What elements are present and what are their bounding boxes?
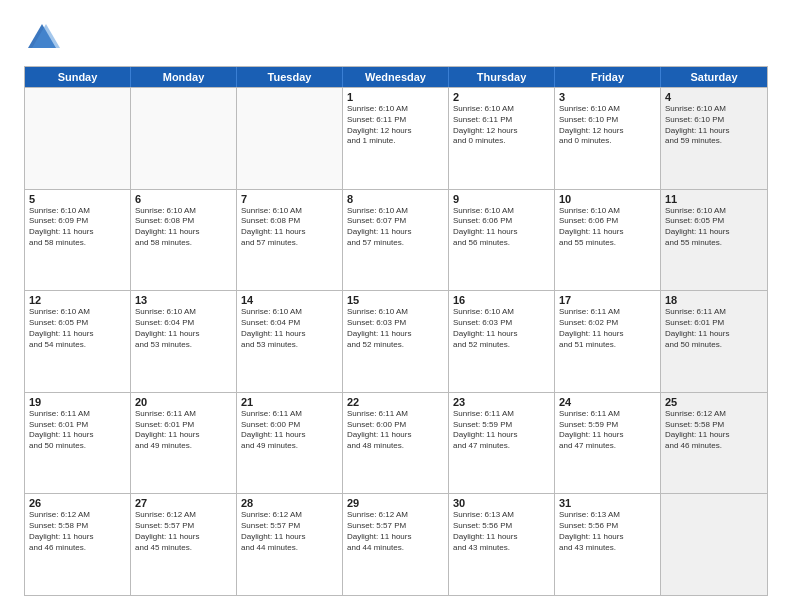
- cell-info: Sunrise: 6:10 AMSunset: 6:08 PMDaylight:…: [241, 206, 338, 249]
- calendar-cell: 30Sunrise: 6:13 AMSunset: 5:56 PMDayligh…: [449, 494, 555, 595]
- day-number: 2: [453, 91, 550, 103]
- cell-info: Sunrise: 6:10 AMSunset: 6:10 PMDaylight:…: [559, 104, 656, 147]
- day-number: 5: [29, 193, 126, 205]
- cell-info: Sunrise: 6:11 AMSunset: 6:00 PMDaylight:…: [347, 409, 444, 452]
- weekday-header: Monday: [131, 67, 237, 87]
- cell-info: Sunrise: 6:10 AMSunset: 6:11 PMDaylight:…: [453, 104, 550, 147]
- day-number: 9: [453, 193, 550, 205]
- weekday-header: Wednesday: [343, 67, 449, 87]
- cell-info: Sunrise: 6:10 AMSunset: 6:06 PMDaylight:…: [559, 206, 656, 249]
- cell-info: Sunrise: 6:10 AMSunset: 6:04 PMDaylight:…: [241, 307, 338, 350]
- day-number: 19: [29, 396, 126, 408]
- cell-info: Sunrise: 6:12 AMSunset: 5:58 PMDaylight:…: [29, 510, 126, 553]
- day-number: 10: [559, 193, 656, 205]
- calendar-cell: 3Sunrise: 6:10 AMSunset: 6:10 PMDaylight…: [555, 88, 661, 189]
- calendar-cell: 16Sunrise: 6:10 AMSunset: 6:03 PMDayligh…: [449, 291, 555, 392]
- calendar-cell: 24Sunrise: 6:11 AMSunset: 5:59 PMDayligh…: [555, 393, 661, 494]
- cell-info: Sunrise: 6:11 AMSunset: 6:01 PMDaylight:…: [135, 409, 232, 452]
- day-number: 22: [347, 396, 444, 408]
- day-number: 8: [347, 193, 444, 205]
- cell-info: Sunrise: 6:11 AMSunset: 6:01 PMDaylight:…: [665, 307, 763, 350]
- cell-info: Sunrise: 6:10 AMSunset: 6:05 PMDaylight:…: [29, 307, 126, 350]
- calendar-cell: 15Sunrise: 6:10 AMSunset: 6:03 PMDayligh…: [343, 291, 449, 392]
- day-number: 25: [665, 396, 763, 408]
- cell-info: Sunrise: 6:11 AMSunset: 6:00 PMDaylight:…: [241, 409, 338, 452]
- day-number: 11: [665, 193, 763, 205]
- calendar-header: SundayMondayTuesdayWednesdayThursdayFrid…: [25, 67, 767, 87]
- day-number: 29: [347, 497, 444, 509]
- day-number: 12: [29, 294, 126, 306]
- day-number: 6: [135, 193, 232, 205]
- cell-info: Sunrise: 6:10 AMSunset: 6:11 PMDaylight:…: [347, 104, 444, 147]
- calendar-cell: 13Sunrise: 6:10 AMSunset: 6:04 PMDayligh…: [131, 291, 237, 392]
- day-number: 26: [29, 497, 126, 509]
- calendar-cell: 12Sunrise: 6:10 AMSunset: 6:05 PMDayligh…: [25, 291, 131, 392]
- cell-info: Sunrise: 6:11 AMSunset: 6:02 PMDaylight:…: [559, 307, 656, 350]
- page: SundayMondayTuesdayWednesdayThursdayFrid…: [0, 0, 792, 612]
- calendar-cell: 10Sunrise: 6:10 AMSunset: 6:06 PMDayligh…: [555, 190, 661, 291]
- day-number: 28: [241, 497, 338, 509]
- calendar-cell: 2Sunrise: 6:10 AMSunset: 6:11 PMDaylight…: [449, 88, 555, 189]
- calendar-week: 26Sunrise: 6:12 AMSunset: 5:58 PMDayligh…: [25, 493, 767, 595]
- cell-info: Sunrise: 6:12 AMSunset: 5:57 PMDaylight:…: [241, 510, 338, 553]
- calendar-cell: 18Sunrise: 6:11 AMSunset: 6:01 PMDayligh…: [661, 291, 767, 392]
- day-number: 18: [665, 294, 763, 306]
- cell-info: Sunrise: 6:11 AMSunset: 6:01 PMDaylight:…: [29, 409, 126, 452]
- calendar-cell: 22Sunrise: 6:11 AMSunset: 6:00 PMDayligh…: [343, 393, 449, 494]
- calendar-week: 1Sunrise: 6:10 AMSunset: 6:11 PMDaylight…: [25, 87, 767, 189]
- day-number: 31: [559, 497, 656, 509]
- day-number: 20: [135, 396, 232, 408]
- day-number: 17: [559, 294, 656, 306]
- cell-info: Sunrise: 6:10 AMSunset: 6:05 PMDaylight:…: [665, 206, 763, 249]
- calendar-cell: [661, 494, 767, 595]
- calendar-cell: 20Sunrise: 6:11 AMSunset: 6:01 PMDayligh…: [131, 393, 237, 494]
- calendar-cell: 1Sunrise: 6:10 AMSunset: 6:11 PMDaylight…: [343, 88, 449, 189]
- day-number: 1: [347, 91, 444, 103]
- day-number: 14: [241, 294, 338, 306]
- calendar-cell: [237, 88, 343, 189]
- header: [24, 20, 768, 56]
- weekday-header: Sunday: [25, 67, 131, 87]
- calendar-cell: 26Sunrise: 6:12 AMSunset: 5:58 PMDayligh…: [25, 494, 131, 595]
- cell-info: Sunrise: 6:10 AMSunset: 6:03 PMDaylight:…: [347, 307, 444, 350]
- day-number: 23: [453, 396, 550, 408]
- cell-info: Sunrise: 6:10 AMSunset: 6:09 PMDaylight:…: [29, 206, 126, 249]
- day-number: 16: [453, 294, 550, 306]
- calendar-week: 5Sunrise: 6:10 AMSunset: 6:09 PMDaylight…: [25, 189, 767, 291]
- calendar-cell: 6Sunrise: 6:10 AMSunset: 6:08 PMDaylight…: [131, 190, 237, 291]
- cell-info: Sunrise: 6:10 AMSunset: 6:07 PMDaylight:…: [347, 206, 444, 249]
- calendar-body: 1Sunrise: 6:10 AMSunset: 6:11 PMDaylight…: [25, 87, 767, 595]
- day-number: 21: [241, 396, 338, 408]
- cell-info: Sunrise: 6:10 AMSunset: 6:06 PMDaylight:…: [453, 206, 550, 249]
- calendar-cell: 8Sunrise: 6:10 AMSunset: 6:07 PMDaylight…: [343, 190, 449, 291]
- calendar-cell: 31Sunrise: 6:13 AMSunset: 5:56 PMDayligh…: [555, 494, 661, 595]
- calendar-cell: 23Sunrise: 6:11 AMSunset: 5:59 PMDayligh…: [449, 393, 555, 494]
- day-number: 7: [241, 193, 338, 205]
- day-number: 15: [347, 294, 444, 306]
- calendar-cell: 14Sunrise: 6:10 AMSunset: 6:04 PMDayligh…: [237, 291, 343, 392]
- cell-info: Sunrise: 6:10 AMSunset: 6:04 PMDaylight:…: [135, 307, 232, 350]
- calendar-cell: 19Sunrise: 6:11 AMSunset: 6:01 PMDayligh…: [25, 393, 131, 494]
- calendar-cell: 28Sunrise: 6:12 AMSunset: 5:57 PMDayligh…: [237, 494, 343, 595]
- cell-info: Sunrise: 6:12 AMSunset: 5:58 PMDaylight:…: [665, 409, 763, 452]
- calendar-cell: [131, 88, 237, 189]
- day-number: 30: [453, 497, 550, 509]
- day-number: 3: [559, 91, 656, 103]
- weekday-header: Thursday: [449, 67, 555, 87]
- calendar-cell: 21Sunrise: 6:11 AMSunset: 6:00 PMDayligh…: [237, 393, 343, 494]
- day-number: 27: [135, 497, 232, 509]
- day-number: 13: [135, 294, 232, 306]
- calendar-cell: 7Sunrise: 6:10 AMSunset: 6:08 PMDaylight…: [237, 190, 343, 291]
- calendar-cell: 5Sunrise: 6:10 AMSunset: 6:09 PMDaylight…: [25, 190, 131, 291]
- cell-info: Sunrise: 6:10 AMSunset: 6:03 PMDaylight:…: [453, 307, 550, 350]
- cell-info: Sunrise: 6:10 AMSunset: 6:08 PMDaylight:…: [135, 206, 232, 249]
- cell-info: Sunrise: 6:12 AMSunset: 5:57 PMDaylight:…: [347, 510, 444, 553]
- calendar-cell: 11Sunrise: 6:10 AMSunset: 6:05 PMDayligh…: [661, 190, 767, 291]
- calendar-week: 12Sunrise: 6:10 AMSunset: 6:05 PMDayligh…: [25, 290, 767, 392]
- logo: [24, 20, 64, 56]
- weekday-header: Friday: [555, 67, 661, 87]
- cell-info: Sunrise: 6:11 AMSunset: 5:59 PMDaylight:…: [559, 409, 656, 452]
- weekday-header: Saturday: [661, 67, 767, 87]
- calendar-cell: 17Sunrise: 6:11 AMSunset: 6:02 PMDayligh…: [555, 291, 661, 392]
- calendar-week: 19Sunrise: 6:11 AMSunset: 6:01 PMDayligh…: [25, 392, 767, 494]
